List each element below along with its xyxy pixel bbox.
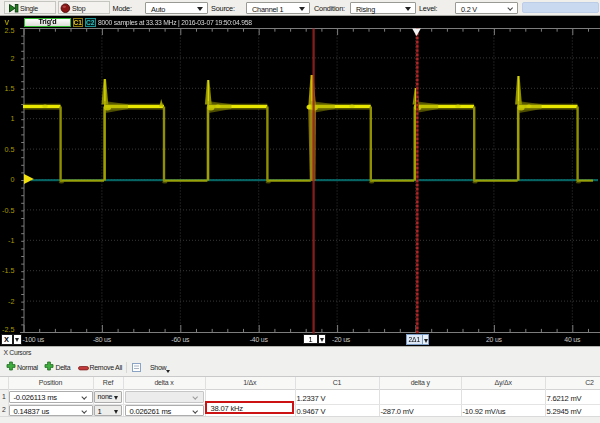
svg-text:20 us: 20 us bbox=[486, 336, 503, 343]
svg-text:-40 us: -40 us bbox=[250, 336, 269, 343]
svg-text:-1.5: -1.5 bbox=[2, 266, 14, 275]
svg-text:-2: -2 bbox=[8, 297, 14, 306]
svg-text:0: 0 bbox=[11, 175, 15, 184]
svg-text:-1: -1 bbox=[8, 236, 14, 245]
svg-text:1.5: 1.5 bbox=[5, 84, 15, 93]
svg-text:-80 us: -80 us bbox=[93, 336, 112, 343]
svg-text:0.5: 0.5 bbox=[5, 145, 15, 154]
svg-text:-60 us: -60 us bbox=[171, 336, 190, 343]
svg-text:1: 1 bbox=[11, 114, 15, 123]
svg-text:-20 us: -20 us bbox=[332, 336, 351, 343]
svg-text:40 us: 40 us bbox=[564, 336, 581, 343]
svg-text:2: 2 bbox=[11, 54, 15, 63]
svg-text:-100 us: -100 us bbox=[23, 336, 45, 343]
svg-text:-0.5: -0.5 bbox=[2, 206, 14, 215]
svg-text:2.5: 2.5 bbox=[5, 26, 15, 35]
